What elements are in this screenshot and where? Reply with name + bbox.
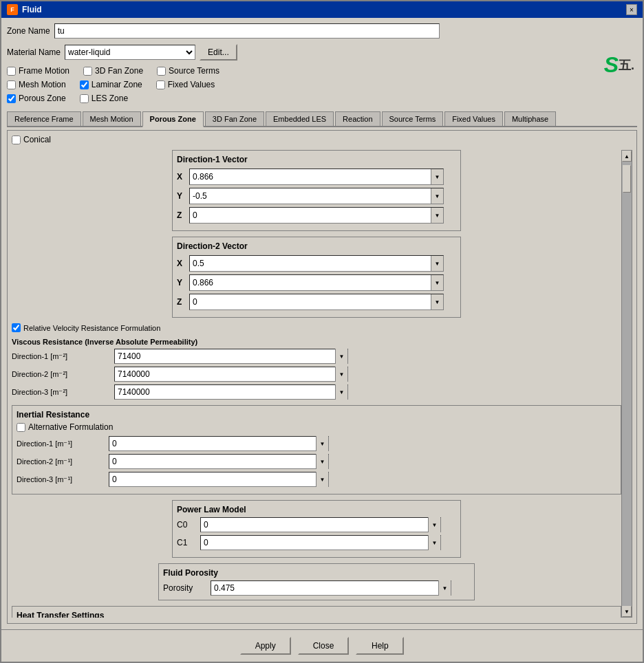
checkboxes-row-2: Mesh Motion Laminar Zone Fixed Values: [7, 80, 637, 89]
direction2-x-label: X: [177, 259, 186, 268]
mesh-motion-checkbox[interactable]: Mesh Motion: [7, 80, 66, 89]
power-c0-label: C0: [177, 520, 197, 530]
les-zone-input[interactable]: [80, 94, 89, 103]
inertial-dir2-label: Direction-2 [m⁻¹]: [17, 457, 106, 466]
viscous-dir3-wrapper: ▼: [114, 384, 348, 400]
laminar-zone-input[interactable]: [80, 80, 89, 89]
direction1-z-input[interactable]: [190, 209, 431, 221]
close-window-button[interactable]: ×: [626, 4, 637, 15]
direction2-z-input[interactable]: [190, 296, 431, 308]
viscous-dir2-wrapper: ▼: [114, 367, 348, 382]
tab-mesh-motion[interactable]: Mesh Motion: [83, 111, 141, 126]
viscous-dir3-dropdown[interactable]: ▼: [335, 384, 347, 400]
les-zone-checkbox[interactable]: LES Zone: [80, 94, 128, 103]
help-button[interactable]: Help: [356, 637, 404, 655]
zone-name-input[interactable]: [54, 23, 440, 39]
viscous-dir1-input[interactable]: [115, 350, 335, 362]
fixed-values-input[interactable]: [156, 80, 165, 89]
tab-source-terms[interactable]: Source Terms: [382, 111, 444, 126]
tab-fixed-values[interactable]: Fixed Values: [444, 111, 503, 126]
viscous-dir3-row: Direction-3 [m⁻²] ▼: [12, 384, 621, 400]
inertial-dir3-dropdown[interactable]: ▼: [316, 472, 328, 487]
tab-embedded-les[interactable]: Embedded LES: [266, 111, 334, 126]
porous-zone-checkbox[interactable]: Porous Zone: [7, 94, 66, 103]
3d-fan-zone-label: 3D Fan Zone: [95, 66, 143, 76]
relative-velocity-checkbox[interactable]: [12, 323, 21, 332]
mesh-motion-input[interactable]: [7, 80, 16, 89]
conical-row: Conical: [12, 135, 632, 144]
viscous-resistance-section: Viscous Resistance (Inverse Absolute Per…: [12, 338, 621, 400]
inertial-dir3-input[interactable]: [109, 473, 316, 486]
direction1-y-input[interactable]: [190, 190, 431, 202]
direction2-title: Direction-2 Vector: [177, 241, 456, 251]
zone-name-label: Zone Name: [7, 26, 50, 36]
zone-name-row: Zone Name: [7, 23, 637, 39]
direction1-x-dropdown[interactable]: ▼: [431, 169, 443, 184]
viscous-dir1-dropdown[interactable]: ▼: [335, 349, 347, 364]
inertial-dir2-dropdown[interactable]: ▼: [316, 454, 328, 469]
porosity-dropdown[interactable]: ▼: [438, 580, 451, 596]
inertial-dir1-dropdown[interactable]: ▼: [316, 436, 328, 451]
dialog-content: Zone Name Material Name water-liquid Edi…: [1, 18, 643, 629]
direction1-y-label: Y: [177, 191, 186, 201]
direction2-y-dropdown[interactable]: ▼: [431, 275, 443, 290]
tab-reference-frame[interactable]: Reference Frame: [7, 111, 81, 126]
direction2-z-dropdown[interactable]: ▼: [431, 294, 443, 309]
fixed-values-checkbox[interactable]: Fixed Values: [156, 80, 215, 89]
source-terms-checkbox[interactable]: Source Terms: [157, 66, 219, 76]
direction2-x-dropdown[interactable]: ▼: [431, 256, 443, 271]
material-label: Material Name: [7, 47, 61, 57]
conical-checkbox[interactable]: [12, 135, 21, 144]
tab-3d-fan-zone[interactable]: 3D Fan Zone: [205, 111, 264, 126]
direction1-z-dropdown[interactable]: ▼: [431, 208, 443, 223]
direction1-x-row: X ▼: [177, 169, 456, 185]
power-c1-input[interactable]: [201, 536, 428, 549]
power-c1-dropdown[interactable]: ▼: [428, 535, 440, 550]
inertial-dir2-input[interactable]: [109, 455, 316, 468]
porous-zone-label: Porous Zone: [19, 94, 66, 103]
tab-porous-zone[interactable]: Porous Zone: [142, 111, 204, 127]
material-edit-button[interactable]: Edit...: [200, 44, 237, 61]
direction1-y-dropdown[interactable]: ▼: [431, 188, 443, 204]
material-select[interactable]: water-liquid: [65, 45, 195, 60]
apply-button[interactable]: Apply: [240, 637, 291, 655]
direction2-x-input[interactable]: [190, 257, 431, 270]
frame-motion-checkbox[interactable]: Frame Motion: [7, 66, 69, 76]
close-button[interactable]: Close: [298, 637, 350, 655]
direction1-x-label: X: [177, 172, 186, 182]
brand-s-icon: S: [604, 52, 619, 78]
direction2-x-wrapper: ▼: [189, 255, 444, 272]
source-terms-input[interactable]: [157, 67, 166, 76]
frame-motion-input[interactable]: [7, 67, 16, 76]
porous-zone-input[interactable]: [7, 94, 16, 103]
tab-multiphase[interactable]: Multiphase: [504, 111, 556, 126]
laminar-zone-checkbox[interactable]: Laminar Zone: [80, 80, 142, 89]
porosity-input[interactable]: [211, 582, 438, 594]
direction2-y-input[interactable]: [190, 276, 431, 289]
viscous-dir3-input[interactable]: [115, 386, 335, 398]
scroll-down-arrow[interactable]: ▼: [622, 606, 632, 617]
direction2-z-wrapper: ▼: [189, 294, 444, 310]
scroll-thumb[interactable]: [623, 165, 631, 193]
conical-label: Conical: [23, 135, 51, 144]
viscous-dir2-dropdown[interactable]: ▼: [335, 367, 347, 382]
material-row: Material Name water-liquid Edit...: [7, 44, 637, 61]
porous-left: Direction-1 Vector X ▼ Y: [12, 150, 621, 618]
checkboxes-row-3: Porous Zone LES Zone: [7, 94, 637, 103]
alt-formulation-checkbox[interactable]: [17, 423, 25, 432]
vertical-scrollbar[interactable]: ▲ ▼: [621, 150, 632, 618]
laminar-zone-label: Laminar Zone: [92, 80, 142, 89]
inertial-dir1-input[interactable]: [109, 437, 316, 450]
scroll-up-arrow[interactable]: ▲: [622, 151, 632, 162]
power-c0-dropdown[interactable]: ▼: [428, 517, 440, 532]
3d-fan-zone-checkbox[interactable]: 3D Fan Zone: [83, 66, 143, 76]
direction1-x-wrapper: ▼: [189, 169, 444, 185]
tab-reaction[interactable]: Reaction: [335, 111, 380, 126]
scroll-track[interactable]: [622, 162, 632, 606]
inertial-dir2-row: Direction-2 [m⁻¹] ▼: [17, 454, 616, 469]
direction1-x-input[interactable]: [190, 171, 431, 183]
fluid-porosity-section: Fluid Porosity Porosity ▼: [158, 563, 475, 600]
power-c0-input[interactable]: [201, 519, 428, 531]
3d-fan-zone-input[interactable]: [83, 67, 92, 76]
viscous-dir2-input[interactable]: [115, 368, 335, 380]
